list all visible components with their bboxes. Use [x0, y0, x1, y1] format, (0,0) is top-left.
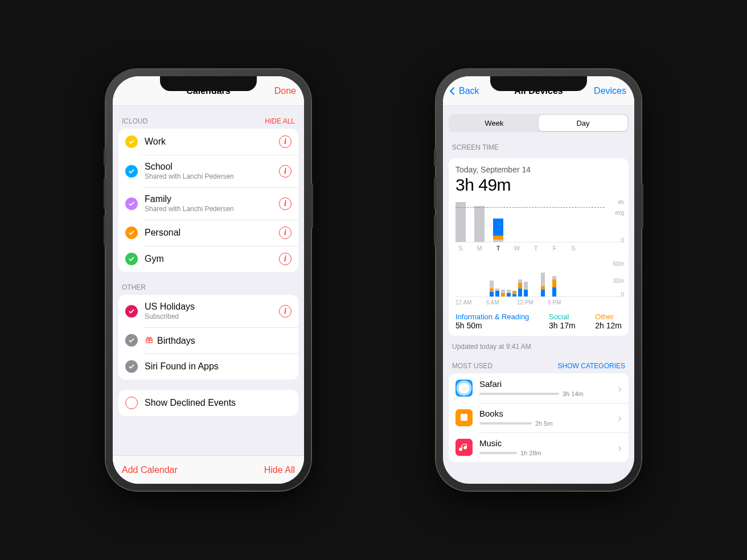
calendar-text: US HolidaysSubscribed [145, 302, 279, 320]
calendar-row[interactable]: SchoolShared with Lanchi Pederseni [118, 155, 298, 187]
app-name: Safari [479, 379, 618, 389]
screen-time-header-label: SCREEN TIME [452, 143, 499, 151]
calendar-label: Personal [145, 228, 279, 238]
iphone-frame-calendars: Calendars Done ICLOUD HIDE ALL WorkiScho… [106, 69, 311, 491]
calendar-label: Gym [145, 254, 279, 264]
legend-time: 5h 50m [455, 321, 529, 330]
hour-bar[interactable] [501, 290, 505, 297]
week-day-labels: SMTWTFS [455, 245, 622, 252]
hour-y-mid: 30m [613, 278, 624, 284]
calendar-text: Siri Found in Apps [145, 361, 292, 372]
hide-all-link[interactable]: HIDE ALL [265, 117, 295, 125]
app-row[interactable]: Safari3h 14m› [449, 373, 629, 403]
hour-bar[interactable] [524, 282, 528, 297]
checkmark-icon [125, 360, 138, 373]
hour-y-bottom: 0 [621, 291, 624, 298]
app-bar-row: 3h 14m [479, 390, 618, 397]
notch [160, 76, 257, 91]
calendar-row[interactable]: Gymi [118, 246, 298, 272]
info-icon[interactable]: i [279, 135, 292, 148]
calendar-label: Work [145, 137, 279, 147]
calendar-label: Birthdays [145, 335, 292, 346]
app-text: Safari3h 14m [479, 379, 618, 397]
hour-x-label: 6 PM [548, 299, 578, 306]
checkmark-icon [125, 197, 138, 210]
hour-bar[interactable] [518, 279, 522, 297]
calendar-text: Gym [145, 254, 279, 264]
calendar-row[interactable]: US HolidaysSubscribedi [118, 295, 298, 327]
screentime-card: Today, September 14 3h 49m 4h avg 0 SMTW… [449, 158, 629, 336]
calendar-text: Birthdays [145, 335, 292, 346]
hour-x-labels: 12 AM6 AM12 PM6 PM [455, 299, 622, 306]
app-row[interactable]: Music1h 28m› [449, 433, 629, 462]
seg-week[interactable]: Week [450, 115, 539, 131]
screentime-total: 3h 49m [455, 175, 622, 195]
icloud-header-label: ICLOUD [122, 117, 147, 125]
chevron-left-icon [450, 87, 458, 94]
legend-name: Other [595, 312, 622, 321]
calendar-row[interactable]: FamilyShared with Lanchi Pederseni [118, 187, 298, 220]
legend-item[interactable]: Social3h 17m [549, 312, 576, 330]
checkmark-icon [125, 334, 138, 347]
back-button[interactable]: Back [451, 86, 479, 96]
week-bar[interactable] [474, 206, 485, 242]
calendar-text: SchoolShared with Lanchi Pedersen [145, 162, 279, 180]
screentime-content: Week Day SCREEN TIME Today, September 14… [443, 106, 634, 484]
calendar-row[interactable]: Worki [118, 129, 298, 155]
app-duration: 3h 14m [563, 390, 584, 397]
hour-x-label: 6 AM [486, 299, 517, 306]
calendar-text: FamilyShared with Lanchi Pedersen [145, 194, 279, 213]
legend-time: 2h 12m [595, 321, 622, 330]
legend-item[interactable]: Other2h 12m [595, 312, 622, 330]
show-declined-events-row[interactable]: Show Declined Events [118, 390, 298, 416]
calendar-sublabel: Subscribed [145, 312, 279, 320]
info-icon[interactable]: i [279, 227, 292, 239]
power-button [311, 183, 313, 229]
power-button [641, 183, 643, 229]
app-duration: 2h 5m [535, 420, 553, 427]
hide-all-button[interactable]: Hide All [264, 465, 295, 475]
chevron-right-icon: › [618, 382, 622, 395]
info-icon[interactable]: i [279, 197, 292, 210]
updated-label: Updated today at 9:41 AM [452, 343, 625, 351]
done-button[interactable]: Done [274, 86, 296, 96]
weekly-chart: 4h avg 0 SMTWTFS [455, 201, 622, 252]
show-declined-label: Show Declined Events [145, 398, 292, 408]
devices-button[interactable]: Devices [594, 86, 626, 96]
calendar-text: Personal [145, 228, 279, 238]
calendar-row[interactable]: Siri Found in Apps [118, 353, 298, 380]
calendar-label: Family [145, 194, 279, 204]
calendar-sublabel: Shared with Lanchi Pedersen [145, 205, 279, 213]
calendar-row[interactable]: Personali [118, 220, 298, 246]
calendar-row[interactable]: Birthdays [118, 327, 298, 353]
app-row[interactable]: Books2h 5m› [449, 403, 629, 433]
category-legend: Information & Reading5h 50mSocial3h 17mO… [455, 312, 622, 330]
calendar-label: Siri Found in Apps [145, 361, 292, 372]
week-bar[interactable] [455, 202, 466, 242]
hour-bars [455, 263, 622, 297]
hour-bar[interactable] [541, 273, 545, 297]
seg-day[interactable]: Day [539, 115, 627, 131]
week-day-segmented[interactable]: Week Day [449, 114, 629, 132]
hour-bar[interactable] [495, 289, 499, 297]
other-calendar-list: US HolidaysSubscribediBirthdaysSiri Foun… [118, 295, 298, 380]
week-bars [455, 201, 622, 242]
info-icon[interactable]: i [279, 253, 292, 265]
calendar-sublabel: Shared with Lanchi Pedersen [145, 172, 279, 180]
week-day-label: S [455, 245, 466, 252]
week-bar[interactable] [493, 219, 503, 242]
most-used-label: MOST USED [452, 362, 492, 370]
add-calendar-button[interactable]: Add Calendar [122, 465, 178, 475]
hour-bar[interactable] [490, 281, 494, 297]
show-categories-link[interactable]: SHOW CATEGORIES [558, 362, 625, 370]
info-icon[interactable]: i [279, 305, 292, 318]
app-usage-bar [479, 422, 532, 425]
app-usage-bar [479, 393, 559, 395]
checkmark-icon [125, 227, 138, 239]
notch [490, 76, 587, 91]
hour-bar[interactable] [552, 276, 556, 297]
info-icon[interactable]: i [279, 165, 292, 178]
hour-bar[interactable] [512, 291, 516, 297]
hour-bar[interactable] [507, 290, 511, 297]
legend-item[interactable]: Information & Reading5h 50m [455, 312, 529, 330]
